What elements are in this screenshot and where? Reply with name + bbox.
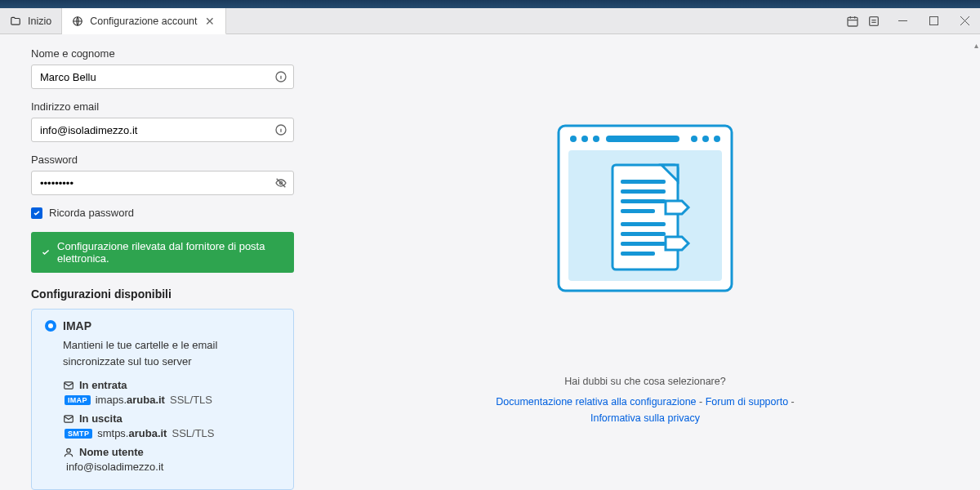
outgoing-tls: SSL/TLS: [172, 427, 214, 439]
incoming-host: imaps.aruba.it: [96, 394, 165, 406]
password-label: Password: [31, 154, 294, 166]
window-minimize-button[interactable]: [887, 8, 918, 34]
svg-rect-23: [621, 209, 655, 213]
window-titlebar: [0, 0, 980, 8]
check-icon: [33, 209, 41, 217]
configs-title: Configurazioni disponibili: [31, 287, 294, 301]
outgoing-host: smtps.aruba.it: [97, 427, 167, 439]
smtp-badge: SMTP: [65, 429, 92, 439]
email-label: Indirizzo email: [31, 100, 294, 113]
tab-config-label: Configurazione account: [90, 16, 197, 27]
help-question: Hai dubbi su che cosa selezionare?: [564, 376, 725, 387]
window-close-button[interactable]: [949, 8, 980, 34]
svg-point-12: [581, 136, 588, 142]
mail-icon: [63, 380, 74, 391]
name-input[interactable]: [31, 65, 294, 89]
tab-home[interactable]: Inizio: [0, 8, 62, 33]
help-link-docs[interactable]: Documentazione relativa alla configurazi…: [496, 396, 696, 408]
help-links: Documentazione relativa alla configurazi…: [482, 394, 808, 426]
tab-home-label: Inizio: [28, 16, 51, 27]
info-icon[interactable]: [274, 123, 287, 136]
incoming-label: In entrata: [79, 379, 127, 391]
svg-point-17: [714, 136, 720, 142]
form-pane: Nome e cognome Indirizzo email Password …: [0, 34, 310, 490]
close-icon[interactable]: ✕: [204, 16, 216, 27]
svg-rect-24: [621, 222, 666, 226]
svg-point-9: [67, 448, 71, 452]
outgoing-label: In uscita: [79, 412, 122, 425]
banner-text: Configurazione rilevata dal fornitore di…: [57, 240, 284, 265]
svg-rect-14: [606, 136, 679, 142]
svg-rect-27: [621, 252, 655, 256]
svg-rect-1: [848, 17, 858, 26]
remember-label: Ricorda password: [49, 207, 134, 219]
document-illustration: [555, 122, 735, 294]
user-icon: [63, 447, 74, 458]
svg-point-16: [702, 136, 709, 142]
globe-icon: [72, 16, 83, 27]
tab-bar: Inizio Configurazione account ✕: [0, 8, 980, 34]
imap-title: IMAP: [63, 319, 91, 332]
calendar-icon[interactable]: [846, 15, 859, 28]
svg-point-13: [593, 136, 599, 142]
success-banner: Configurazione rilevata dal fornitore di…: [31, 232, 294, 273]
user-value: info@isoladimezzo.it: [66, 461, 163, 473]
svg-point-15: [691, 136, 697, 142]
info-icon[interactable]: [274, 70, 287, 83]
check-icon: [41, 247, 51, 258]
remember-checkbox[interactable]: [31, 207, 42, 219]
send-icon: [63, 413, 74, 425]
imap-radio[interactable]: [45, 320, 56, 332]
svg-rect-21: [621, 189, 666, 194]
svg-rect-2: [870, 16, 879, 25]
imap-option[interactable]: IMAP Mantieni le tue cartelle e le email…: [31, 309, 294, 490]
svg-rect-22: [621, 199, 666, 203]
email-input[interactable]: [31, 118, 294, 142]
illustration-pane: Hai dubbi su che cosa selezionare? Docum…: [310, 34, 980, 490]
svg-rect-20: [621, 180, 666, 184]
help-link-forum[interactable]: Forum di supporto: [706, 396, 788, 408]
folder-icon: [10, 16, 21, 27]
tab-config[interactable]: Configurazione account ✕: [62, 8, 225, 34]
svg-rect-3: [929, 17, 938, 25]
help-link-privacy[interactable]: Informativa sulla privacy: [590, 412, 700, 424]
eye-off-icon[interactable]: [274, 176, 287, 189]
svg-rect-25: [621, 232, 666, 236]
password-input[interactable]: [31, 171, 294, 195]
svg-point-11: [570, 136, 577, 142]
name-label: Nome e cognome: [31, 47, 294, 60]
svg-rect-26: [621, 242, 666, 246]
imap-badge: IMAP: [65, 395, 91, 405]
user-label: Nome utente: [79, 446, 144, 458]
window-maximize-button[interactable]: [918, 8, 949, 34]
imap-desc: Mantieni le tue cartelle e le email sinc…: [63, 337, 280, 369]
tasks-icon[interactable]: [867, 15, 880, 28]
incoming-tls: SSL/TLS: [170, 394, 212, 406]
